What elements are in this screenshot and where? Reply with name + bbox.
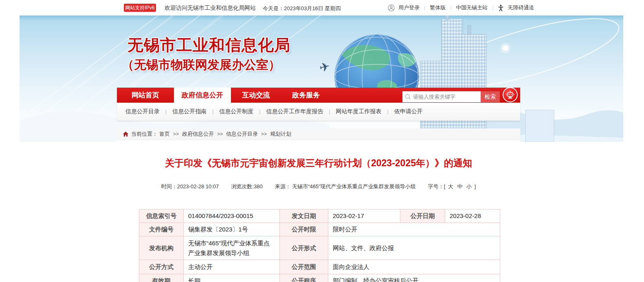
font-size-medium-button[interactable]: 中 — [457, 183, 462, 189]
topbar-separator: | — [492, 5, 493, 11]
tab-gov-services[interactable]: 政务服务 — [281, 88, 331, 103]
info-label-procedure: 公开程序 — [280, 274, 328, 282]
wuxi-main-site-link[interactable]: 中国无锡主站 — [456, 4, 488, 11]
font-size-suffix: ] — [475, 183, 476, 189]
subnav-item-annual-report[interactable]: 信息公开工作年度报告 — [266, 108, 323, 115]
subnav-separator: | — [329, 109, 330, 115]
breadcrumb-separator: >> — [217, 131, 223, 137]
article-time: 时间：2023-02-28 10:07 — [161, 183, 219, 190]
info-value-doc-number: 锡集群发〔2023〕1号 — [184, 223, 280, 236]
sub-nav: 信息公开目录 | 信息公开指南 | 信息公开制度 | 信息公开工作年度报告 | … — [117, 103, 520, 121]
tab-interaction[interactable]: 互动交流 — [231, 88, 281, 103]
info-label-issuing-org: 发布机构 — [139, 236, 184, 260]
site-subtitle: （无锡市物联网发展办公室） — [122, 57, 281, 73]
info-value-public-date: 2023-02-28 — [445, 209, 500, 223]
info-label-issue-date: 发文日期 — [280, 209, 328, 223]
banner-scene: ✈ — [20, 15, 623, 142]
subnav-separator: | — [165, 109, 167, 115]
breadcrumb-catalog[interactable]: 信息公开目录 — [226, 130, 258, 138]
ipv6-badge: 网站支持IPv6 — [124, 4, 156, 12]
info-value-issue-date: 2023-02-17 — [328, 209, 400, 223]
breadcrumb-separator: >> — [173, 131, 179, 137]
breadcrumb-home[interactable]: 首页 — [159, 130, 170, 138]
subnav-item-apply-disclosure[interactable]: 依申请公开 — [394, 108, 423, 115]
breadcrumb: 当前位置： 首页 >> 政府信息公开 >> 信息公开目录 >> 规划计划 — [117, 128, 520, 140]
info-label-public-scope: 公开范围 — [280, 260, 328, 274]
search-input[interactable] — [413, 94, 474, 100]
search-icon — [405, 94, 411, 100]
info-label-public-method: 公开方式 — [139, 260, 184, 274]
table-row: 公开方式 主动公开 公开范围 面向企业法人 — [139, 260, 500, 274]
article-title: 关于印发《无锡市元宇宙创新发展三年行动计划（2023-2025年）》的通知 — [117, 157, 520, 170]
topbar: 网站支持IPv6 欢迎访问无锡市工业和信息化局网站 今天是：2023年03月16… — [0, 0, 644, 15]
breadcrumb-gov-info[interactable]: 政府信息公开 — [182, 130, 214, 138]
accessibility-link[interactable]: 无障碍通道 — [508, 4, 534, 11]
user-login-link[interactable]: 用户登录 — [398, 4, 420, 11]
info-value-public-scope: 面向企业法人 — [328, 260, 500, 274]
subnav-item-system[interactable]: 信息公开制度 — [219, 108, 253, 115]
topbar-separator: | — [450, 5, 451, 11]
font-size-prefix: 字号：[ — [428, 183, 446, 189]
subnav-separator: | — [259, 109, 260, 115]
chatbot-icon[interactable] — [503, 87, 518, 102]
font-size-small-button[interactable]: 小 — [466, 183, 472, 189]
font-size-large-button[interactable]: 大 — [448, 183, 453, 189]
topbar-links: 用户登录 | 繁体版 | 中国无锡主站 | 无障碍通道 — [388, 0, 534, 15]
subnav-item-website-report[interactable]: 网站年度工作报表 — [336, 108, 382, 115]
tab-home[interactable]: 网站首页 — [117, 88, 174, 103]
breadcrumb-prefix: 当前位置： — [131, 130, 158, 138]
table-row: 发布机构 无锡市“465”现代产业体系重点产业集群发展领导小组 公开形式 网站、… — [139, 236, 500, 260]
table-row: 信息索引号 014007844/2023-00015 发文日期 2023-02-… — [139, 209, 500, 223]
home-icon — [123, 131, 129, 137]
subnav-separator: | — [387, 109, 389, 115]
subnav-item-guide[interactable]: 信息公开指南 — [172, 108, 207, 115]
info-label-time-limit: 公开时限 — [280, 223, 328, 236]
info-label-index: 信息索引号 — [139, 209, 184, 223]
article-meta: 时间：2023-02-28 10:07 浏览次数:380 来源： 无锡市“465… — [117, 183, 520, 190]
info-label-validity: 有效期 — [139, 274, 184, 282]
info-value-public-form: 网站、文件、政府公报 — [328, 236, 500, 260]
table-row: 有效期 长期 公开程序 部门编制，经办公室审核后公开 — [139, 274, 500, 282]
info-value-validity: 长期 — [184, 274, 280, 282]
airplane-decoration: ✈ — [318, 59, 331, 75]
breadcrumb-separator: >> — [261, 131, 267, 137]
search-button[interactable]: 检索 — [481, 91, 500, 102]
info-value-time-limit: 限时公开 — [328, 223, 500, 236]
page: 网站支持IPv6 欢迎访问无锡市工业和信息化局网站 今天是：2023年03月16… — [0, 0, 644, 282]
info-label-public-form: 公开形式 — [280, 236, 328, 260]
site-title: 无锡市工业和信息化局 — [127, 34, 290, 56]
banner-background: ✈ — [20, 15, 623, 142]
info-value-public-method: 主动公开 — [184, 260, 280, 274]
info-label-public-date: 公开日期 — [400, 209, 445, 223]
info-value-procedure: 部门编制，经办公室审核后公开 — [328, 274, 500, 282]
document-info-table: 信息索引号 014007844/2023-00015 发文日期 2023-02-… — [139, 209, 500, 282]
search-box — [402, 91, 481, 102]
accessibility-icon — [498, 4, 504, 11]
topbar-separator: | — [424, 5, 425, 11]
subnav-separator: | — [212, 109, 213, 115]
info-value-index: 014007844/2023-00015 — [184, 209, 280, 223]
font-size-control: 字号：[ 大 中 小 ] — [428, 183, 476, 190]
breadcrumb-planning[interactable]: 规划计划 — [270, 130, 291, 138]
traditional-version-link[interactable]: 繁体版 — [430, 4, 446, 11]
table-row: 文件编号 锡集群发〔2023〕1号 公开时限 限时公开 — [139, 223, 500, 236]
user-icon — [388, 4, 395, 11]
date-text: 今天是：2023年03月16日 星期四 — [263, 5, 341, 12]
article-source: 来源： 无锡市“465”现代产业体系重点产业集群发展领导小组 — [275, 183, 416, 190]
info-value-issuing-org: 无锡市“465”现代产业体系重点产业集群发展领导小组 — [184, 236, 280, 260]
info-label-doc-number: 文件编号 — [139, 223, 184, 236]
article-views: 浏览次数:380 — [231, 183, 262, 190]
subnav-item-catalog[interactable]: 信息公开目录 — [125, 108, 160, 115]
welcome-text: 欢迎访问无锡市工业和信息化局网站 — [165, 4, 256, 12]
tab-gov-info-disclosure[interactable]: 政府信息公开 — [174, 88, 231, 105]
